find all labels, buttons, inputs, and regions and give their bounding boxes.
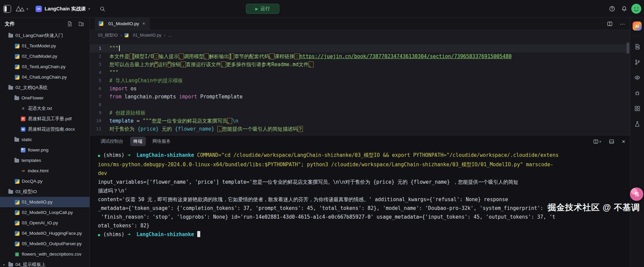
panel-tab-调试控制台[interactable]: 调试控制台 [97,137,127,146]
code-line-8[interactable]: 8 [90,101,630,109]
code-line-9[interactable]: 9# 创建原始模板 [90,109,630,117]
python-file-icon [15,54,19,59]
text-segment: input_variables=['flower_name', 'price']… [98,179,518,185]
line-number: 6 [90,85,109,93]
tree-file-05_ModelIO_OutputParser.py[interactable]: 05_ModelIO_OutputParser.py [0,238,90,249]
panel-tab-终端[interactable]: 终端 [130,137,146,146]
tree-folder-templates[interactable]: templates [0,155,90,166]
notifications-button[interactable] [619,4,629,14]
tree-file-04_ChatLongChain.py[interactable]: 04_ChatLongChain.py [0,72,90,82]
app-logo-icon [3,5,11,13]
tree-file-flowers_with_descriptions.csv[interactable]: flowers_with_descriptions.csv [0,249,90,259]
breadcrumb-item[interactable]: 03_模型IO [98,33,118,38]
tree-folder-02_文档QA系统[interactable]: 02_文档QA系统 [0,82,90,93]
text-segment: 运行 [158,61,168,68]
workspace-menu[interactable]: ▾ [16,6,28,12]
search-icon [100,6,105,12]
tree-file-01_TextModel.py[interactable]: 01_TextModel.py [0,41,90,51]
breadcrumb-item[interactable]: 01_ModelIO.py [133,33,161,38]
tree-folder-01_LangChain快速入门[interactable]: 01_LangChain快速入门 [0,30,90,41]
split-editor-button[interactable] [605,19,615,29]
tree-file-01_ModelIO.py[interactable]: 01_ModelIO.py [0,197,90,207]
panel-tab-网络服务[interactable]: 网络服务 [149,137,174,146]
text-segment: content='仅需 50 元，即可拥有这束娇艳欲滴的玫瑰，它如爱情的使者，散… [98,196,508,203]
tree-folder-03_模型IO[interactable]: 03_模型IO [0,186,90,197]
floating-assistant-badge[interactable]: 包 [630,187,643,201]
python-file-icon [15,221,19,225]
tree-folder-OneFlower[interactable]: OneFlower [0,93,90,103]
text-segment: = [133,118,143,124]
code-line-5[interactable]: 5# 导入LangChain中的提示模板 [90,77,630,85]
source-control-button[interactable] [632,57,642,67]
run-button-label: 运行 [261,6,270,12]
test-button[interactable] [632,119,642,129]
tree-file-flower.png[interactable]: flower.png [0,145,90,155]
tree-file-03_TextLangChain.py[interactable]: 03_TextLangChain.py [0,61,90,72]
file-search-button[interactable] [632,42,642,52]
tree-item-label: templates [21,158,41,163]
line-number: 1 [90,44,109,52]
breadcrumb-item[interactable]: ... [168,33,171,38]
code-line-11[interactable]: 11对于售价为 {price} 元的 {flower_name} ，您能提供一个… [90,125,630,133]
image-file-icon [21,148,25,152]
mountains-logo-icon [16,6,25,12]
tree-file-DocQA.py[interactable]: DocQA.py [0,176,90,186]
python-file-icon [15,241,19,246]
text-segment: os [127,86,137,92]
run-button[interactable]: ▶ 运行 [246,4,279,14]
editor-tab[interactable]: 01_ModelIO.py × [95,17,150,30]
python-file-icon [15,231,19,236]
code-text: template = """您是一位专业的鲜花店文案撰写员。\n [109,117,238,125]
tree-item-label: OneFlower [21,95,44,100]
workspace-switcher[interactable]: LangChain 实战课 ▾ [33,4,93,13]
code-line-4[interactable]: 4""" [90,69,630,77]
code-line-6[interactable]: 6import os [90,85,630,93]
chevron-icon: ▸ [3,263,8,266]
panel-layout-button[interactable] [606,136,616,146]
text-segment: ： [294,53,300,59]
panel-close-button[interactable]: × [622,139,625,144]
extensions-button[interactable] [632,103,642,114]
preview-button[interactable] [632,73,642,83]
debug-button[interactable] [632,88,642,98]
split-panel-icon [593,139,598,144]
code-line-10[interactable]: 10template = """您是一位专业的鲜花店文案撰写员。\n [90,117,630,125]
user-avatar[interactable] [631,4,641,14]
close-tab-icon[interactable]: × [142,21,146,26]
code-text: import os [109,85,137,93]
tree-file-易速鲜花运营指南.docx[interactable]: 易速鲜花运营指南.docx [0,124,90,134]
tree-file-03_OpenAI_IO.py[interactable]: 03_OpenAI_IO.py [0,218,90,228]
tree-file-易速鲜花员工手册.pdf[interactable]: 易速鲜花员工手册.pdf [0,114,90,124]
tree-folder-04_提示模板上[interactable]: ▸04_提示模板上 [0,259,90,267]
text-segment: PromptTemplate [197,94,243,100]
new-file-icon [67,21,72,27]
code-line-2[interactable]: 2本文件是【模型I/O：输入提示、调用模型、解析输出】章节的配套代码。课程链接：… [90,52,630,60]
search-button[interactable] [98,4,108,14]
code-line-7[interactable]: 7from langchain.prompts import PromptTem… [90,93,630,101]
divider [633,36,642,36]
code-editor[interactable]: 1"""2本文件是【模型I/O：输入提示、调用模型、解析输出】章节的配套代码。课… [90,40,630,135]
ai-assistant-button[interactable]: AI [633,21,642,31]
tree-file-花语大全.txt[interactable]: 花语大全.txt [0,103,90,114]
tree-file-04_ModelIO_HuggingFace.py[interactable]: 04_ModelIO_HuggingFace.py [0,228,90,238]
editor-scrollbar[interactable] [627,42,629,54]
tree-folder-static[interactable]: static [0,134,90,145]
panel-tabs: 调试控制台终端网络服务 [97,137,593,146]
text-segment: (shims) [100,152,127,158]
new-file-button[interactable] [66,20,73,28]
editor-more-button[interactable]: ⋯ [620,21,625,27]
tree-file-02_ChatModel.py[interactable]: 02_ChatModel.py [0,51,90,61]
tree-file-index.html[interactable]: index.html [0,166,90,176]
terminal-line-10: ● (shims) ➜ LangChain-shizhanke [98,230,630,239]
python-file-icon [15,75,19,80]
code-line-3[interactable]: 3您可以点击最上方的“运行”按钮，直接运行该文件。更多操作指引请参考Readme… [90,60,630,69]
tree-file-02_ModelIO_LoopCall.py[interactable]: 02_ModelIO_LoopCall.py [0,207,90,218]
new-folder-button[interactable] [77,20,85,28]
tree-item-label: 花语大全.txt [28,105,52,112]
text-segment: """ [109,45,118,51]
terminal-cursor [197,231,200,237]
code-line-1[interactable]: 1""" [90,44,630,52]
help-button[interactable] [607,4,617,14]
panel-split-button[interactable]: ▾ [593,139,601,144]
text-segment: 、 [204,53,209,59]
